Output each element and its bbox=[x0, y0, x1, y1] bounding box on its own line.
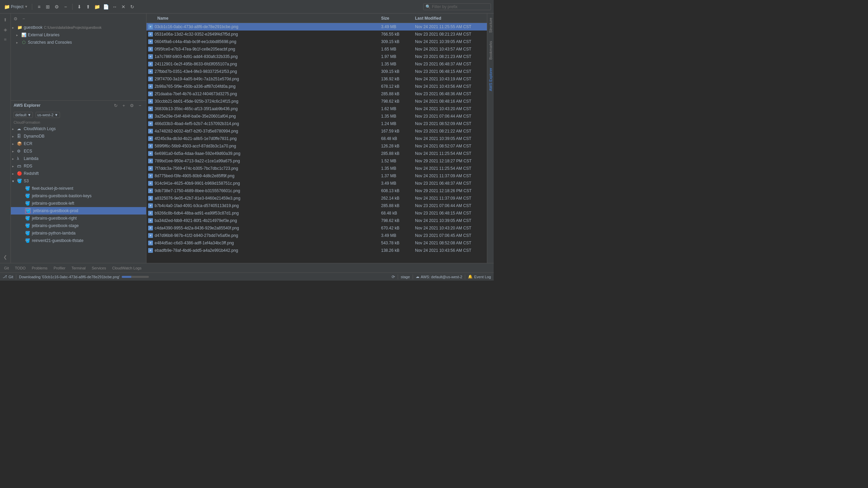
file-row[interactable]: P ba34d2ed-fdb9-4921-80f1-4b214979ef3e.p… bbox=[146, 217, 487, 224]
status-progress: Downloading '03cb1c16-0abc-473d-a8f6-de7… bbox=[19, 275, 389, 279]
settings-button[interactable]: ⚙ bbox=[53, 3, 61, 11]
aws-service-cloudwatch[interactable]: ▸ ☁ CloudWatch Logs bbox=[11, 125, 146, 133]
bottom-tab-terminal[interactable]: Terminal bbox=[69, 264, 88, 272]
file-row[interactable]: P 0604f9a6-c44a-4fab-bc9f-ee1cbbd85698.p… bbox=[146, 38, 487, 45]
file-row[interactable]: P 4f245c9a-db3d-4b21-a8b5-1e7d0ffe7831.p… bbox=[146, 135, 487, 142]
tree-item-external-libs[interactable]: ▸ 📊 External Libraries bbox=[11, 31, 146, 39]
aws-service-dynamodb[interactable]: ▸ 🗄 DynamoDB bbox=[11, 133, 146, 140]
bottom-tab-cloudwatch[interactable]: CloudWatch Logs bbox=[110, 264, 144, 272]
file-row[interactable]: P 0f95fce0-e7b3-47ea-9b1f-ce8e205eacbf.p… bbox=[146, 45, 487, 53]
code-review-icon-button[interactable]: ◈ bbox=[0, 25, 11, 34]
aws-bucket-left[interactable]: 🪣 jetbrains-guestbook-left bbox=[11, 200, 146, 207]
file-row[interactable]: P 24112901-0e2f-495b-8633-6fd3f055107a.p… bbox=[146, 60, 487, 68]
tree-item-guestbook[interactable]: ▸ 📁 guestbook C:\Users\dalia\IdeaProject… bbox=[11, 24, 146, 31]
aws-refresh-button[interactable]: ↻ bbox=[112, 102, 119, 109]
png-file-icon: P bbox=[148, 166, 153, 171]
bottom-tab-profiler[interactable]: Profiler bbox=[51, 264, 68, 272]
file-row[interactable]: P 3a25e29e-f34f-484f-ba0e-35e20601af04.p… bbox=[146, 113, 487, 120]
delete-button[interactable]: ✕ bbox=[119, 3, 127, 11]
refresh-button[interactable]: ↻ bbox=[128, 3, 136, 11]
tree-minimize-button[interactable]: − bbox=[20, 15, 27, 22]
bottom-tab-todo[interactable]: TODO bbox=[12, 264, 28, 272]
aws-service-lambda[interactable]: ▸ λ Lambda bbox=[11, 155, 146, 162]
bottom-tab-problems[interactable]: Problems bbox=[29, 264, 50, 272]
tree-item-scratches[interactable]: ▸ ⬡ Scratches and Consoles bbox=[11, 39, 146, 46]
file-size: 1.35 MB bbox=[378, 114, 412, 119]
file-row[interactable]: P 9db738e7-1750-4689-8bee-b3155576601c.p… bbox=[146, 187, 487, 195]
project-dropdown[interactable]: 📁 Project ▼ bbox=[3, 3, 29, 10]
download-button[interactable]: ⬇ bbox=[75, 3, 83, 11]
file-row[interactable]: P a8325076-9e05-42b7-81e3-8460e21459e3.p… bbox=[146, 195, 487, 202]
file-row[interactable]: P b7b4c4a0-1fad-4091-b3ca-d57405113d19.p… bbox=[146, 202, 487, 209]
status-git[interactable]: ⎇ Git bbox=[3, 274, 13, 279]
file-row[interactable]: P 1a7c786f-b903-4d91-add4-830afc32b335.p… bbox=[146, 53, 487, 60]
file-row[interactable]: P 589f9f6c-56b9-4503-accf-87dd3b3c1a70.p… bbox=[146, 142, 487, 150]
minimize-button[interactable]: − bbox=[61, 3, 70, 11]
png-file-icon: P bbox=[148, 54, 153, 59]
status-stage[interactable]: stage bbox=[401, 275, 410, 279]
aws-service-rds[interactable]: ▸ 🗃 RDS bbox=[11, 162, 146, 170]
file-row[interactable]: P 03cb1c16-0abc-473d-a8f6-de78e291bcbe.p… bbox=[146, 23, 487, 30]
file-row[interactable]: P ebadfb9e-78af-4bd6-add5-a4a2e991b442.p… bbox=[146, 247, 487, 254]
aws-service-redshift[interactable]: ▸ 🔴 Redshift bbox=[11, 170, 146, 177]
status-aws-info[interactable]: ☁ AWS: default@us-west-2 bbox=[416, 274, 462, 279]
expand-all-button[interactable]: ⊞ bbox=[44, 3, 52, 11]
aws-service-ecr[interactable]: ▸ 📦 ECR bbox=[11, 140, 146, 147]
file-row[interactable]: P 6e6981a0-6d5a-4daa-9aae-592e49d60a39.p… bbox=[146, 150, 487, 157]
move-button[interactable]: ↔ bbox=[111, 3, 119, 11]
file-modified: Nov 23 2021 06:48:15 AM CST bbox=[412, 69, 487, 74]
file-row[interactable]: P 2f1daaba-7bef-4b76-a312-f404673d3275.p… bbox=[146, 90, 487, 98]
upload-button[interactable]: ⬆ bbox=[84, 3, 92, 11]
right-tab-aws-explorer[interactable]: AWS Explorer bbox=[488, 64, 493, 95]
tree-path-guestbook: C:\Users\dalia\IdeaProjects\guestbook bbox=[44, 26, 101, 29]
file-name: 914c941e-4625-40b9-9901-b969d158751c.png bbox=[155, 181, 378, 186]
file-row[interactable]: P 36830b13-35bc-465c-af13-35f1aab9b436.p… bbox=[146, 105, 487, 113]
collapse-all-button[interactable]: ≡ bbox=[35, 3, 43, 11]
aws-minimize-button[interactable]: − bbox=[137, 102, 143, 109]
tree-settings-button[interactable]: ⚙ bbox=[12, 15, 19, 22]
aws-add-button[interactable]: + bbox=[120, 102, 127, 109]
status-event-log[interactable]: 🔔 Event Log bbox=[468, 274, 491, 279]
file-row[interactable]: P e484d5ac-c6d3-4386-adff-1ef4a34bc3ff.p… bbox=[146, 239, 487, 247]
bottom-tab-git[interactable]: Git bbox=[1, 264, 12, 272]
aws-bucket-bastion[interactable]: 🪣 jetbrains-guestbook-bastion-keys bbox=[11, 192, 146, 200]
col-header-modified: Last Modified bbox=[412, 16, 487, 21]
aws-settings-button[interactable]: ⚙ bbox=[129, 102, 135, 109]
bottom-tab-services[interactable]: Services bbox=[89, 264, 109, 272]
aws-bucket-reinvent[interactable]: 🪣 reinvent21-guestbook-tfstate bbox=[11, 237, 146, 244]
file-row[interactable]: P 30ccbb21-bb01-45de-925b-3724c6c24f15.p… bbox=[146, 98, 487, 105]
file-row[interactable]: P c4da4390-9955-4d2a-8436-929e2a85540f.p… bbox=[146, 224, 487, 232]
file-row[interactable]: P 4a748282-b032-4bf7-b2f0-37d5e8780994.p… bbox=[146, 127, 487, 135]
file-row[interactable]: P 27fbbd7b-0351-43e4-9fe3-983372541f53.p… bbox=[146, 68, 487, 75]
structure-icon-button[interactable]: ≡ bbox=[0, 35, 11, 44]
aws-bucket-fleet[interactable]: 🪣 fleet-bucket-jb-reinvent bbox=[11, 185, 146, 192]
new-file-button[interactable]: 📄 bbox=[102, 3, 110, 11]
file-row[interactable]: P 7f7ddc3a-7569-474c-b305-7bc7dbc1c723.p… bbox=[146, 165, 487, 172]
aws-bucket-prod[interactable]: 🪣 jetbrains-guestbook-prod bbox=[11, 207, 146, 215]
right-tab-bookmarks[interactable]: Bookmarks bbox=[488, 37, 493, 64]
file-row[interactable]: P 789bd1ee-950e-4713-9a22-c1ce1a99a675.p… bbox=[146, 157, 487, 165]
file-row[interactable]: P 466d33b3-4bad-4ef5-b2b7-4c157092b314.p… bbox=[146, 120, 487, 127]
filter-input[interactable] bbox=[432, 4, 489, 9]
file-row[interactable]: P 914c941e-4625-40b9-9901-b969d158751c.p… bbox=[146, 180, 487, 187]
commit-icon-button[interactable]: ⬆ bbox=[0, 15, 11, 24]
tree-arrow-guestbook: ▸ bbox=[12, 26, 17, 29]
aws-bucket-right[interactable]: 🪣 jetbrains-guestbook-right bbox=[11, 215, 146, 222]
file-row[interactable]: P 0531e06a-13d2-4c32-9352-e2649f4d7f5d.p… bbox=[146, 30, 487, 38]
file-row[interactable]: P 2b98a765-5f9e-450b-a336-aff87c04fd0a.p… bbox=[146, 83, 487, 90]
aws-service-s3[interactable]: ▾ 🪣 S3 bbox=[11, 177, 146, 185]
file-row[interactable]: P d47d96b8-987b-41f2-b940-27bdd7e5af0e.p… bbox=[146, 232, 487, 239]
right-tab-structure[interactable]: Structure bbox=[488, 14, 493, 37]
aws-bucket-python-lambda[interactable]: 🪣 jetbrains-python-lambda bbox=[11, 229, 146, 237]
aws-service-ecs[interactable]: ▸ ⚙ ECS bbox=[11, 147, 146, 155]
aws-bucket-stage[interactable]: 🪣 jetbrains-guestbook-stage bbox=[11, 222, 146, 229]
file-modified: Nov 24 2021 11:25:55 AM CST bbox=[412, 24, 487, 29]
bottom-icon-1[interactable]: ❮ bbox=[0, 252, 11, 262]
file-row[interactable]: P 8d775bed-f3fe-4905-80b9-4d8c2e85ff9f.p… bbox=[146, 172, 487, 180]
file-row[interactable]: P b9266c8b-6db4-48ba-ad91-ea99f53c87d1.p… bbox=[146, 209, 487, 217]
profile-select[interactable]: default ▼ bbox=[14, 112, 33, 118]
file-name: 4a748282-b032-4bf7-b2f0-37d5e8780994.png bbox=[155, 129, 378, 134]
new-folder-button[interactable]: 📁 bbox=[93, 3, 101, 11]
region-select[interactable]: us-west-2 ▼ bbox=[36, 112, 60, 118]
file-row[interactable]: P 29f74700-3a19-4a05-b49c-7a1b251e570d.p… bbox=[146, 75, 487, 83]
